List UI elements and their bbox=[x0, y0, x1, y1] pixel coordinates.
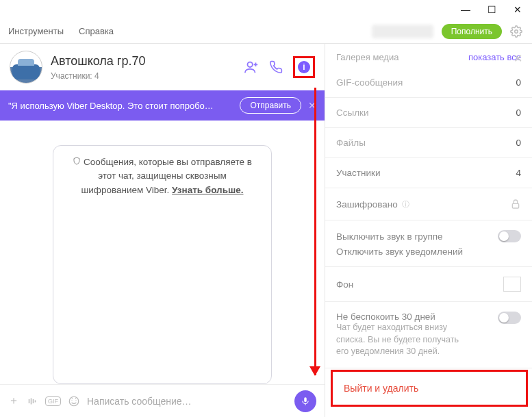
menu-bar: Инструменты Справка Пополнить bbox=[0, 19, 532, 44]
message-composer: ＋ GIF bbox=[0, 384, 325, 417]
info-small-icon: ⓘ bbox=[402, 199, 409, 210]
media-gallery-label: Галерея медиа bbox=[336, 52, 398, 62]
account-blurred bbox=[372, 25, 433, 38]
add-participant-icon[interactable] bbox=[244, 60, 259, 75]
annotation-info-highlight: i bbox=[293, 56, 315, 78]
mic-button[interactable] bbox=[294, 390, 316, 412]
mute-toggle[interactable] bbox=[498, 230, 521, 242]
info-panel: Галерея медиа показать все ✕ GIF-сообщен… bbox=[325, 44, 532, 417]
dnd-title: Не беспокоить 30 дней bbox=[336, 312, 498, 322]
svg-point-1 bbox=[248, 62, 253, 67]
row-gif[interactable]: GIF-сообщения0 bbox=[325, 68, 532, 98]
svg-point-0 bbox=[515, 29, 518, 33]
row-encrypted[interactable]: Зашифровано ⓘ bbox=[325, 188, 532, 220]
lock-icon bbox=[510, 198, 521, 210]
svg-rect-4 bbox=[512, 203, 518, 208]
row-files[interactable]: Файлы0 bbox=[325, 128, 532, 158]
promo-send-button[interactable]: Отправить bbox=[240, 97, 301, 114]
chat-title: Автошкола гр.70 bbox=[51, 54, 145, 68]
info-icon[interactable]: i bbox=[296, 60, 312, 75]
menu-tools[interactable]: Инструменты bbox=[8, 26, 64, 36]
call-icon[interactable] bbox=[268, 60, 283, 75]
promo-banner: "Я использую Viber Desktop. Это стоит по… bbox=[0, 90, 325, 121]
settings-icon[interactable] bbox=[509, 24, 524, 39]
dnd-description: Чат будет находиться внизу списка. Вы не… bbox=[336, 322, 498, 358]
gif-icon[interactable]: GIF bbox=[45, 396, 61, 406]
annotation-arrow bbox=[314, 88, 316, 375]
row-participants[interactable]: Участники4 bbox=[325, 158, 532, 188]
sticker-icon[interactable] bbox=[68, 395, 80, 407]
shield-icon bbox=[73, 156, 81, 166]
close-panel-icon[interactable]: ✕ bbox=[514, 52, 522, 65]
chat-body: Сообщения, которые вы отправляете в этот… bbox=[0, 121, 325, 384]
row-links[interactable]: Ссылки0 bbox=[325, 98, 532, 128]
maximize-button[interactable]: ☐ bbox=[479, 0, 505, 19]
learn-more-link[interactable]: Узнать больше. bbox=[172, 185, 243, 195]
chat-header: Автошкола гр.70 Участники: 4 i bbox=[0, 44, 325, 90]
mute-notifications-link[interactable]: Отключить звук уведомлений bbox=[336, 247, 521, 257]
close-window-button[interactable]: ✕ bbox=[505, 0, 531, 19]
dnd-toggle[interactable] bbox=[498, 312, 521, 324]
row-background[interactable]: Фон bbox=[325, 267, 532, 302]
row-mute: Выключить звук в группе Отключить звук у… bbox=[325, 220, 532, 267]
voice-icon[interactable] bbox=[26, 396, 38, 407]
message-input[interactable] bbox=[87, 396, 288, 407]
background-swatch[interactable] bbox=[503, 277, 521, 292]
plus-icon[interactable]: ＋ bbox=[8, 394, 19, 408]
svg-rect-3 bbox=[304, 397, 307, 402]
mute-group-label: Выключить звук в группе bbox=[336, 231, 443, 242]
annotation-leave-highlight: Выйти и удалить bbox=[331, 370, 528, 407]
chat-subtitle: Участники: 4 bbox=[51, 71, 145, 81]
row-dnd: Не беспокоить 30 дней Чат будет находить… bbox=[325, 302, 532, 368]
minimize-button[interactable]: — bbox=[453, 0, 479, 19]
encryption-notice: Сообщения, которые вы отправляете в этот… bbox=[53, 145, 272, 384]
window-controls: — ☐ ✕ bbox=[0, 0, 532, 19]
promo-text: "Я использую Viber Desktop. Это стоит по… bbox=[8, 101, 233, 111]
leave-and-delete-button[interactable]: Выйти и удалить bbox=[333, 372, 526, 405]
svg-point-2 bbox=[69, 396, 79, 406]
topup-button[interactable]: Пополнить bbox=[442, 24, 502, 39]
group-avatar[interactable] bbox=[10, 51, 42, 84]
menu-help[interactable]: Справка bbox=[79, 26, 114, 36]
